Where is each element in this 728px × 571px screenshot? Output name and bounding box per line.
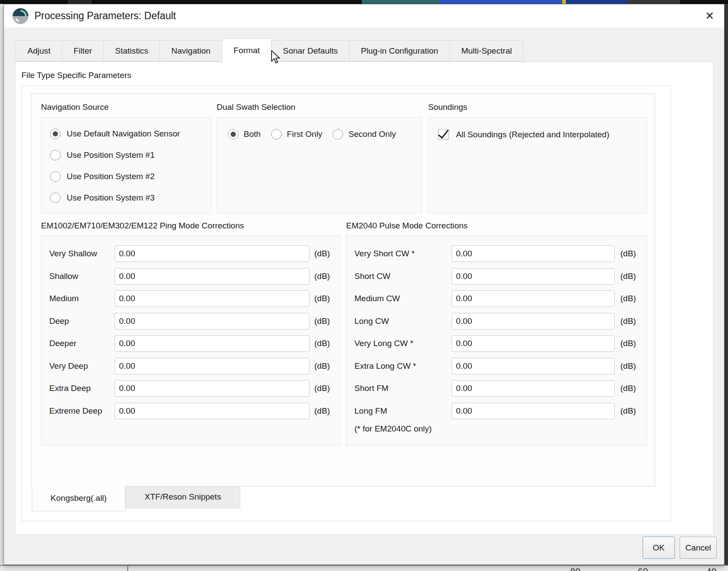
very-short-cw-input[interactable] bbox=[452, 245, 615, 262]
unit-label: (dB) bbox=[620, 290, 636, 307]
ok-button[interactable]: OK bbox=[643, 537, 675, 559]
axis-tick-label: 40 bbox=[706, 566, 716, 571]
radio-icon bbox=[50, 193, 61, 203]
kongsberg-tab-pane: Navigation Source Use Default Navigation… bbox=[31, 93, 655, 486]
very-deep-input[interactable] bbox=[115, 358, 310, 374]
deeper-input[interactable] bbox=[115, 335, 310, 352]
radio-second-only[interactable]: Second Only bbox=[333, 129, 396, 139]
unit-label: (dB) bbox=[620, 268, 636, 285]
bg-segment bbox=[440, 0, 562, 4]
radio-first-only[interactable]: First Only bbox=[271, 129, 322, 139]
soundings-panel: All Soundings (Rejected and Interpolated… bbox=[428, 117, 647, 213]
radio-label: Use Position System #1 bbox=[67, 150, 155, 160]
navigation-source-panel: Use Default Navigation Sensor Use Positi… bbox=[41, 117, 211, 213]
tab-statistics[interactable]: Statistics bbox=[103, 40, 160, 61]
file-tab-xtf-reson-snippets[interactable]: XTF/Reson Snippets bbox=[126, 486, 240, 508]
radio-use-position-system-2[interactable]: Use Position System #2 bbox=[50, 171, 211, 182]
extra-long-cw-input[interactable] bbox=[452, 358, 615, 374]
tab-navigation[interactable]: Navigation bbox=[160, 40, 222, 61]
em2040c-note: (* for EM2040C only) bbox=[354, 424, 432, 434]
tab-sonar-defaults[interactable]: Sonar Defaults bbox=[271, 40, 350, 61]
unit-label: (dB) bbox=[620, 245, 636, 262]
field-label: Very Long CW * bbox=[354, 335, 413, 352]
tab-format[interactable]: Format bbox=[222, 38, 272, 62]
processing-parameters-dialog: Processing Parameters: Default ✕ Adjust … bbox=[3, 4, 725, 565]
very-long-cw-input[interactable] bbox=[452, 335, 615, 352]
file-type-group-label: File Type Specific Parameters bbox=[21, 71, 131, 80]
radio-label: First Only bbox=[287, 129, 322, 139]
bg-segment bbox=[562, 0, 566, 4]
axis-tick-label: 60 bbox=[638, 566, 648, 571]
radio-label: Both bbox=[244, 129, 261, 139]
radio-icon bbox=[50, 171, 61, 182]
radio-label: Second Only bbox=[348, 129, 396, 139]
dual-swath-title: Dual Swath Selection bbox=[217, 102, 296, 112]
dual-swath-panel: Both First Only Second Only bbox=[217, 117, 422, 213]
radio-label: Use Position System #3 bbox=[67, 193, 155, 203]
unit-label: (dB) bbox=[314, 290, 330, 307]
field-label: Deep bbox=[49, 313, 69, 330]
medium-input[interactable] bbox=[115, 290, 310, 307]
radio-use-position-system-1[interactable]: Use Position System #1 bbox=[50, 150, 211, 160]
short-cw-input[interactable] bbox=[452, 268, 615, 285]
tab-multi-spectral[interactable]: Multi-Spectral bbox=[449, 40, 524, 61]
long-fm-input[interactable] bbox=[452, 403, 615, 419]
radio-label: Use Default Navigation Sensor bbox=[67, 129, 180, 139]
field-label: Short CW bbox=[354, 268, 390, 285]
radio-use-default-navigation-sensor[interactable]: Use Default Navigation Sensor bbox=[50, 129, 211, 139]
medium-cw-input[interactable] bbox=[452, 290, 615, 307]
file-tab-kongsberg[interactable]: Kongsberg(.all) bbox=[32, 486, 126, 511]
field-label: Extreme Deep bbox=[49, 403, 102, 419]
radio-icon bbox=[50, 150, 61, 160]
screen: 80 60 40 Processing Parameters: Default … bbox=[0, 0, 728, 571]
unit-label: (dB) bbox=[620, 358, 636, 374]
deep-input[interactable] bbox=[115, 313, 310, 330]
bg-segment bbox=[566, 0, 628, 4]
bg-segment bbox=[628, 0, 680, 4]
app-logo-icon bbox=[12, 8, 29, 24]
all-soundings-checkbox[interactable] bbox=[438, 129, 449, 140]
radio-use-position-system-3[interactable]: Use Position System #3 bbox=[50, 193, 211, 203]
unit-label: (dB) bbox=[314, 245, 330, 262]
tab-adjust[interactable]: Adjust bbox=[16, 40, 62, 61]
cancel-button[interactable]: Cancel bbox=[680, 537, 717, 559]
field-label: Long CW bbox=[354, 313, 389, 330]
pulse-mode-panel: Very Short CW *(dB) Short CW(dB) Medium … bbox=[346, 235, 647, 445]
field-label: Medium bbox=[49, 290, 79, 307]
background-app-top-strip bbox=[0, 0, 728, 4]
bg-segment bbox=[68, 0, 92, 4]
close-icon[interactable]: ✕ bbox=[697, 4, 722, 27]
extra-deep-input[interactable] bbox=[115, 380, 310, 397]
long-cw-input[interactable] bbox=[452, 313, 615, 330]
unit-label: (dB) bbox=[620, 403, 636, 419]
short-fm-input[interactable] bbox=[452, 380, 615, 397]
field-label: Very Short CW * bbox=[354, 245, 415, 262]
field-label: Long FM bbox=[354, 403, 387, 419]
radio-icon bbox=[228, 129, 238, 139]
ping-mode-panel: Very Shallow(dB) Shallow(dB) Medium(dB) … bbox=[41, 235, 340, 445]
window-title: Processing Parameters: Default bbox=[34, 10, 176, 22]
unit-label: (dB) bbox=[620, 380, 636, 397]
very-shallow-input[interactable] bbox=[115, 245, 310, 262]
shallow-input[interactable] bbox=[115, 268, 310, 285]
pulse-mode-title: EM2040 Pulse Mode Corrections bbox=[346, 221, 468, 231]
parameter-tab-bar: Adjust Filter Statistics Navigation Form… bbox=[16, 38, 523, 61]
field-label: Short FM bbox=[354, 380, 388, 397]
field-label: Very Deep bbox=[49, 358, 88, 374]
extreme-deep-input[interactable] bbox=[115, 403, 310, 419]
radio-icon bbox=[333, 129, 343, 139]
radio-label: Use Position System #2 bbox=[67, 172, 155, 181]
unit-label: (dB) bbox=[314, 358, 330, 374]
field-label: Medium CW bbox=[354, 290, 400, 307]
unit-label: (dB) bbox=[314, 335, 330, 352]
field-label: Extra Long CW * bbox=[354, 358, 416, 374]
checkbox-label: All Soundings (Rejected and Interpolated… bbox=[456, 130, 609, 139]
axis-tick-label: 80 bbox=[570, 566, 580, 571]
radio-icon bbox=[50, 129, 61, 139]
radio-icon bbox=[271, 129, 282, 139]
tab-plugin-configuration[interactable]: Plug-in Configuration bbox=[349, 40, 450, 61]
tab-filter[interactable]: Filter bbox=[62, 40, 104, 61]
unit-label: (dB) bbox=[620, 335, 636, 352]
radio-both[interactable]: Both bbox=[228, 129, 261, 139]
background-app-right-strip bbox=[725, 4, 728, 571]
